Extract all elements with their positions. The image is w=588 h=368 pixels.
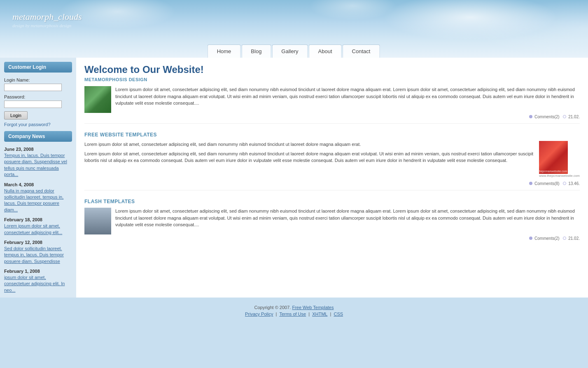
footer-links: Privacy Policy | Terms of Use | XHTML | … — [0, 312, 588, 316]
news-date: February 18, 2008 — [4, 217, 72, 222]
article-paragraph-2: Lorem ipsum dolor sit amet, consectetuer… — [84, 150, 580, 164]
password-label: Password: — [4, 94, 72, 99]
article-title: FREE WEBSITE TEMPLATES — [84, 132, 580, 138]
article-body: Lorem ipsum dolor sit amet, consectetuer… — [84, 86, 580, 113]
news-link[interactable]: Tempus in, lacus. Duis tempor posuere di… — [4, 152, 72, 178]
section-subtitle: METAMORPHOSIS DESIGN — [84, 77, 580, 82]
company-news-section: June 23, 2008Tempus in, lacus. Duis temp… — [4, 147, 72, 293]
article-title: FLASH TEMPLATES — [84, 199, 580, 204]
article-text: Lorem ipsum dolor sit amet, consectetuer… — [115, 86, 580, 107]
content-area: Customer Login Login Name: Password: Log… — [0, 58, 588, 298]
sidebar: Customer Login Login Name: Password: Log… — [0, 58, 76, 298]
article-text: Lorem ipsum dolor sit amet, consectetuer… — [115, 208, 580, 228]
news-link[interactable]: Sed dolor sollicitudin laoreet. tempus i… — [4, 246, 72, 265]
page-title: Welcome to Our Website! — [84, 64, 580, 75]
footer-link-xhtml[interactable]: XHTML — [312, 312, 327, 316]
copyright-text: Copyright © 2007. — [254, 305, 291, 310]
news-date: February 1, 2008 — [4, 269, 72, 274]
company-news-box: Company News — [4, 131, 72, 142]
company-news-title: Company News — [8, 134, 45, 139]
article-body: Lorem ipsum dolor sit amet, consectetuer… — [84, 208, 580, 234]
nav-item-about[interactable]: About — [309, 45, 342, 58]
article-meta: Comments(8) 13.46. — [84, 181, 580, 186]
nav-item-contact[interactable]: Contact — [343, 45, 380, 58]
news-date: February 12, 2008 — [4, 240, 72, 245]
customer-login-box: Customer Login — [4, 62, 72, 73]
site-title: metamorph_clouds — [12, 12, 82, 22]
main-wrapper: Customer Login Login Name: Password: Log… — [0, 58, 588, 298]
news-date: June 23, 2008 — [4, 147, 72, 152]
article-body: www.thepcmanwebsite.com www.thepcmanwebs… — [84, 141, 580, 180]
free-templates-link[interactable]: Free Web Templates — [292, 305, 334, 310]
login-name-label: Login Name: — [4, 77, 72, 82]
news-link[interactable]: Lorem ipsum dolor sit amet, consectetuer… — [4, 223, 72, 236]
header: metamorph_clouds design by metamorphosis… — [0, 0, 588, 58]
login-name-input[interactable] — [4, 84, 62, 91]
nav-item-blog[interactable]: Blog — [241, 45, 271, 58]
articles-container: Lorem ipsum dolor sit amet, consectetuer… — [84, 86, 580, 245]
footer-copyright: Copyright © 2007. Free Web Templates — [0, 305, 588, 310]
nav-item-gallery[interactable]: Gallery — [272, 45, 308, 58]
password-input[interactable] — [4, 101, 62, 108]
footer-link-privacy-policy[interactable]: Privacy Policy — [245, 312, 273, 316]
footer-link-terms-of-use[interactable]: Terms of Use — [279, 312, 306, 316]
login-button[interactable]: Login — [4, 111, 28, 120]
news-date: March 4, 2008 — [4, 182, 72, 187]
forgot-password-link[interactable]: Forgot your password? — [4, 122, 72, 127]
article-1: FREE WEBSITE TEMPLATES www.thepcmanwebsi… — [84, 132, 580, 190]
article-paragraph-1: Lorem ipsum dolor sit amet, consectetuer… — [84, 141, 580, 148]
nav-item-home[interactable]: Home — [208, 45, 241, 58]
site-subtitle: design by metamorphosis design — [12, 23, 71, 28]
article-paragraph: Lorem ipsum dolor sit amet, consectetuer… — [115, 86, 580, 107]
customer-login-title: Customer Login — [8, 64, 46, 70]
article-image — [84, 208, 111, 234]
article-meta: Comments(2) 21.02. — [84, 236, 580, 241]
article-paragraph: Lorem ipsum dolor sit amet, consectetuer… — [115, 208, 580, 228]
news-link[interactable]: ipsum dolor sit amet, consectetuer adipi… — [4, 274, 72, 293]
article-text: www.thepcmanwebsite.com www.thepcmanwebs… — [84, 141, 580, 180]
login-section: Login Name: Password: Login Forgot your … — [4, 77, 72, 131]
footer-link-css[interactable]: CSS — [334, 312, 343, 316]
footer: Copyright © 2007. Free Web Templates Pri… — [0, 298, 588, 325]
article-image — [84, 86, 111, 113]
article-meta: Comments(2) 21.02. — [84, 115, 580, 119]
news-link[interactable]: Nulla in magna sed dolor sollicitudin la… — [4, 188, 72, 213]
article-0: Lorem ipsum dolor sit amet, consectetuer… — [84, 86, 580, 124]
main-navigation: HomeBlogGalleryAboutContact — [208, 45, 381, 58]
main-content: Welcome to Our Website! METAMORPHOSIS DE… — [76, 58, 588, 298]
article-image-right: www.thepcmanwebsite.com www.thepcmanwebs… — [539, 141, 580, 178]
article-2: FLASH TEMPLATESLorem ipsum dolor sit ame… — [84, 199, 580, 245]
